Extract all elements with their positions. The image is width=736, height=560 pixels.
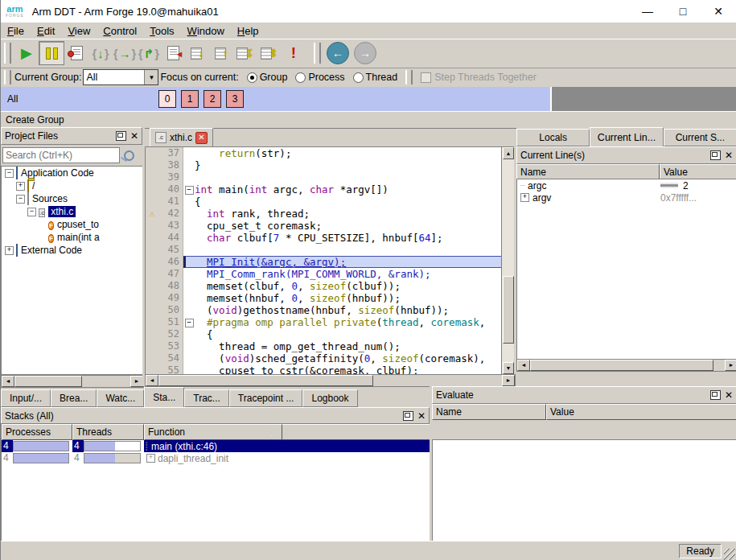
search-icon[interactable] — [120, 146, 138, 164]
tree-item-main-int-a[interactable]: Fmain(int a — [2, 231, 143, 244]
column-value[interactable]: Value — [546, 404, 736, 420]
code-line-55[interactable]: 55 cpuset_to_cstr(&coremask, clbuf); — [146, 364, 502, 374]
tree-expander-icon[interactable]: − — [16, 195, 25, 204]
up-stack-frame-icon[interactable]: ↑ — [209, 42, 233, 64]
float-panel-icon[interactable] — [403, 411, 413, 421]
column-value[interactable]: Value — [660, 164, 736, 180]
variable-row-argv[interactable]: +argv0x7fffff... — [517, 191, 736, 204]
toolbar-handle-2[interactable] — [314, 43, 321, 64]
close-panel-icon[interactable]: ✕ — [725, 389, 733, 401]
run-to-line-icon[interactable]: ◄ — [161, 42, 185, 64]
process-box-1[interactable]: 1 — [181, 90, 199, 108]
code-line-53[interactable]: 53 thread = omp_get_thread_num(); — [146, 340, 502, 352]
menu-item-window[interactable]: Window — [181, 23, 231, 39]
tab-tracepoint-[interactable]: Tracepoint ... — [229, 389, 303, 407]
radio-process-label[interactable]: Process — [308, 72, 344, 83]
menu-item-help[interactable]: Help — [231, 23, 265, 39]
code-line-48[interactable]: 48 memset(clbuf, 0, sizeof(clbuf)); — [146, 280, 502, 292]
code-line-54[interactable]: 54 (void)sched_getaffinity(0, sizeof(cor… — [146, 352, 502, 364]
bottom-stack-frame-icon[interactable]: ↧ — [233, 42, 257, 64]
code-line-42[interactable]: ⚠42 int rank, thread; — [146, 208, 502, 220]
minimize-button[interactable]: — — [630, 5, 665, 18]
step-threads-checkbox[interactable] — [421, 72, 431, 83]
tree-item-xthi-c[interactable]: −.cxthi.c — [2, 205, 143, 218]
code-line-49[interactable]: 49 memset(hnbuf, 0, sizeof(hnbuf)); — [146, 292, 502, 304]
controlbar-handle-2[interactable] — [405, 70, 413, 84]
controlbar-handle[interactable] — [4, 70, 11, 84]
tree-item-application-code[interactable]: −Application Code — [2, 167, 143, 179]
pause-icon[interactable] — [39, 41, 64, 65]
step-out-icon[interactable]: {↱} — [137, 42, 161, 64]
tree-expander-icon[interactable]: − — [5, 169, 14, 178]
column-function[interactable]: Function △ — [144, 424, 282, 440]
code-line-46[interactable]: 46 MPI_Init(&argc, &argv); — [146, 256, 502, 268]
radio-thread[interactable] — [353, 72, 364, 83]
expander-icon[interactable]: + — [146, 454, 155, 463]
column-threads[interactable]: Threads — [72, 424, 144, 440]
down-stack-frame-icon[interactable]: ↓ — [185, 42, 209, 64]
stack-row-dapli-thread-init[interactable]: 44+dapli_thread_init — [2, 452, 430, 464]
current-group-select[interactable]: All ▼ — [83, 69, 158, 85]
tab-watc-[interactable]: Watc... — [97, 389, 144, 407]
tab-xthi-c[interactable]: .c xthi.c ✕ — [150, 128, 213, 146]
align-stacks-icon[interactable]: ⇕ — [257, 42, 282, 64]
menu-item-view[interactable]: View — [61, 23, 97, 39]
forward-icon[interactable]: → — [354, 42, 376, 64]
code-line-50[interactable]: 50 (void)gethostname(hnbuf, sizeof(hnbuf… — [146, 304, 502, 316]
menu-item-control[interactable]: Control — [97, 23, 143, 39]
close-panel-icon[interactable]: ✕ — [130, 130, 138, 142]
close-tab-icon[interactable]: ✕ — [195, 132, 208, 144]
variables-hscrollbar[interactable]: ◄ ► — [516, 359, 736, 372]
tab-current-s-[interactable]: Current S... — [664, 129, 736, 146]
toolbar-handle[interactable] — [4, 43, 11, 64]
fold-toggle-icon[interactable]: − — [185, 319, 194, 327]
tree-item-external-code[interactable]: +External Code — [2, 244, 143, 257]
create-group-bar[interactable]: Create Group — [1, 111, 736, 129]
tree-item-sources[interactable]: −Sources — [2, 192, 143, 205]
run-icon[interactable]: ▶ — [14, 42, 39, 64]
code-line-44[interactable]: 44 char clbuf[7 * CPU_SETSIZE], hnbuf[64… — [146, 232, 502, 244]
tab-logbook[interactable]: Logbook — [302, 389, 357, 407]
chevron-down-icon[interactable]: ▼ — [144, 70, 158, 84]
stack-row-main-xthi-c-46-[interactable]: 44┊main (xthi.c:46) — [2, 440, 430, 452]
code-line-37[interactable]: 37 return(str); — [146, 147, 502, 159]
expander-icon[interactable]: + — [520, 193, 529, 202]
tree-item--[interactable]: +/ — [2, 179, 143, 192]
maximize-button[interactable]: □ — [665, 5, 701, 18]
group-row-all[interactable]: All 0123 — [1, 87, 552, 111]
float-panel-icon[interactable] — [710, 390, 721, 400]
code-line-47[interactable]: 47 MPI_Comm_rank(MPI_COMM_WORLD, &rank); — [146, 268, 502, 280]
radio-thread-label[interactable]: Thread — [366, 72, 398, 83]
process-box-2[interactable]: 2 — [204, 90, 221, 108]
radio-group-label[interactable]: Group — [260, 72, 288, 83]
tab-current-lin-[interactable]: Current Lin... — [590, 127, 663, 146]
tab-input-[interactable]: Input/... — [1, 389, 51, 407]
editor-vscrollbar[interactable]: ▲ ▼ — [501, 147, 514, 374]
tab-trac-[interactable]: Trac... — [184, 389, 229, 407]
code-line-40[interactable]: 40−int main(int argc, char *argv[]) — [146, 183, 502, 196]
code-line-38[interactable]: 38} — [146, 159, 502, 171]
tree-expander-icon[interactable]: + — [16, 182, 25, 191]
radio-process[interactable] — [295, 72, 306, 83]
tab-brea-[interactable]: Brea... — [51, 389, 97, 407]
search-input[interactable] — [2, 147, 120, 163]
code-area[interactable]: 37 return(str);38}3940−int main(int argc… — [145, 147, 514, 374]
tree-expander-icon[interactable]: + — [5, 246, 14, 255]
fold-toggle-icon[interactable]: − — [185, 186, 194, 195]
code-line-43[interactable]: 43 cpu_set_t coremask; — [146, 220, 502, 232]
code-line-39[interactable]: 39 — [146, 171, 502, 183]
variable-row-argc[interactable]: ┈argc2 — [517, 179, 736, 191]
code-line-41[interactable]: 41{ — [146, 196, 502, 208]
float-panel-icon[interactable] — [116, 131, 126, 141]
resize-grip[interactable] — [724, 549, 735, 560]
step-into-icon[interactable]: {↓} — [88, 42, 113, 64]
step-over-icon[interactable]: {→} — [113, 42, 137, 64]
close-button[interactable]: ✕ — [701, 5, 736, 18]
back-icon[interactable]: ← — [327, 42, 349, 64]
tree-item-cpuset-to[interactable]: Fcpuset_to — [2, 218, 143, 231]
menu-item-edit[interactable]: Edit — [31, 23, 61, 39]
tab-locals[interactable]: Locals — [516, 129, 590, 146]
radio-group[interactable] — [247, 72, 257, 83]
menu-item-file[interactable]: File — [1, 23, 31, 39]
column-processes[interactable]: Processes — [2, 424, 72, 440]
